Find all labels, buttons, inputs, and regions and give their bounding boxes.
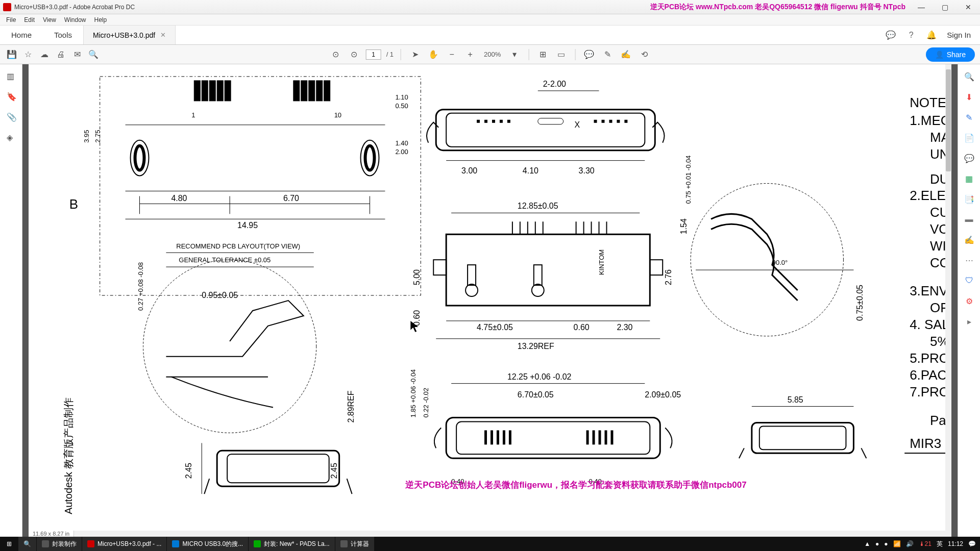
svg-rect-69 xyxy=(484,430,487,444)
dim-12-85: 12.85±0.05 xyxy=(518,202,558,210)
app-icon xyxy=(3,3,11,11)
menu-file[interactable]: File xyxy=(2,15,20,24)
layers-icon[interactable]: ◈ xyxy=(7,133,16,142)
edit-pdf-icon[interactable]: ✎ xyxy=(964,112,974,122)
dim-0-95: 0.95±0.05 xyxy=(202,291,238,299)
dim-2-45a: 2.45 xyxy=(184,463,193,479)
bookmarks-icon[interactable]: 🔖 xyxy=(7,92,16,101)
mir3: MIR3 xyxy=(910,436,941,450)
svg-rect-71 xyxy=(497,430,499,444)
read-mode-icon[interactable]: ▭ xyxy=(554,48,568,61)
chat-icon[interactable]: 💬 xyxy=(886,30,896,40)
horizontal-scrollbar[interactable]: 11.69 x 8.27 in xyxy=(29,531,945,537)
page-total: / 1 xyxy=(386,51,394,58)
tray-icon[interactable]: ▲ xyxy=(864,540,870,547)
dim-2-09: 2.09±0.05 xyxy=(645,390,681,399)
svg-rect-63 xyxy=(217,450,339,486)
tray-language[interactable]: 英 xyxy=(937,540,943,548)
vertical-scrollbar[interactable] xyxy=(945,64,951,537)
dim-1-40: 1.40 xyxy=(395,139,408,147)
tray-clock[interactable]: 11:12 xyxy=(948,540,963,547)
print-icon[interactable]: 🖨 xyxy=(54,48,67,61)
svg-rect-64 xyxy=(227,454,329,483)
zoom-dropdown-icon[interactable]: ▾ xyxy=(508,48,521,61)
tray-notifications-icon[interactable]: 💬 xyxy=(968,540,976,547)
maximize-button[interactable]: ▢ xyxy=(933,0,957,14)
svg-point-61 xyxy=(143,260,316,433)
left-nav-rail: ▥ 🔖 📎 ◈ xyxy=(0,64,22,537)
svg-rect-27 xyxy=(477,120,480,123)
svg-rect-55 xyxy=(433,260,446,275)
tray-temperature[interactable]: 🌡21 xyxy=(919,540,932,547)
page-up-icon[interactable]: ⊙ xyxy=(329,48,342,61)
search-icon[interactable]: 🔍 xyxy=(87,48,100,61)
taskbar-item-3[interactable]: 封装: New* - PADS La... xyxy=(249,537,334,551)
dim-pin-10: 10 xyxy=(334,111,341,119)
save-icon[interactable]: 💾 xyxy=(5,48,18,61)
select-tool-icon[interactable]: ➤ xyxy=(408,48,422,61)
menu-help[interactable]: Help xyxy=(90,15,111,24)
star-icon[interactable]: ☆ xyxy=(21,48,35,61)
svg-rect-33 xyxy=(594,120,597,123)
tab-document[interactable]: Micro+USB+3.0.pdf ✕ xyxy=(83,26,176,44)
tab-close-icon[interactable]: ✕ xyxy=(160,31,166,39)
tray-app2-icon[interactable]: ● xyxy=(884,540,888,547)
sign-icon[interactable]: ✍ xyxy=(619,48,632,61)
taskbar-item-0[interactable]: 封装制作 xyxy=(37,537,82,551)
windows-taskbar: ⊞ 🔍 封装制作 Micro+USB+3.0.pdf - ... MICRO U… xyxy=(0,537,980,551)
close-button[interactable]: ✕ xyxy=(957,0,980,14)
menu-view[interactable]: View xyxy=(39,15,60,24)
fit-width-icon[interactable]: ⊞ xyxy=(536,48,549,61)
zoom-in-icon[interactable]: + xyxy=(463,48,477,61)
help-icon[interactable]: ? xyxy=(906,30,916,40)
menu-edit[interactable]: Edit xyxy=(20,15,39,24)
taskbar-item-4[interactable]: 计算器 xyxy=(335,537,374,551)
comment-tool-icon[interactable]: 💬 xyxy=(964,153,974,163)
export-pdf-icon[interactable]: ⬇ xyxy=(964,92,974,102)
note-1c: UNM xyxy=(930,147,945,161)
tab-home[interactable]: Home xyxy=(0,26,43,44)
cloud-icon[interactable]: ☁ xyxy=(38,48,51,61)
svg-rect-29 xyxy=(492,120,495,123)
combine-icon[interactable]: ▦ xyxy=(964,173,974,184)
dim-3-95: 3.95 xyxy=(83,130,90,142)
tray-app1-icon[interactable]: ● xyxy=(875,540,879,547)
svg-rect-74 xyxy=(586,430,589,444)
collapse-rail-icon[interactable]: ▸ xyxy=(964,316,974,327)
document-viewport[interactable]: 1 10 3.95 2.75 1.10 0.5 xyxy=(22,64,958,537)
minimize-button[interactable]: — xyxy=(910,0,933,14)
taskbar-item-2[interactable]: MICRO USB3.0的搜... xyxy=(167,537,248,551)
share-button[interactable]: 👤 Share xyxy=(926,47,975,62)
search-tool-icon[interactable]: 🔍 xyxy=(964,71,974,82)
optimize-icon[interactable]: ⚙ xyxy=(964,296,974,306)
note-2c: VOLT xyxy=(930,222,945,236)
tray-network-icon[interactable]: 📶 xyxy=(893,540,901,547)
protect-icon[interactable]: 🛡 xyxy=(964,276,974,286)
taskbar-search[interactable]: 🔍 xyxy=(18,537,36,551)
fill-sign-icon[interactable]: ✍ xyxy=(964,235,974,245)
thumbnails-icon[interactable]: ▥ xyxy=(7,71,16,81)
highlight-icon[interactable]: ✎ xyxy=(601,48,614,61)
more-tools-icon[interactable]: ⋯ xyxy=(964,255,974,265)
create-pdf-icon[interactable]: 📄 xyxy=(964,133,974,143)
hand-tool-icon[interactable]: ✋ xyxy=(427,48,440,61)
comment-icon[interactable]: 💬 xyxy=(582,48,596,61)
stamp-icon[interactable]: ⟲ xyxy=(638,48,651,61)
menu-window[interactable]: Window xyxy=(60,15,90,24)
organize-icon[interactable]: 📑 xyxy=(964,194,974,204)
bell-icon[interactable]: 🔔 xyxy=(926,30,937,40)
page-number-input[interactable] xyxy=(366,49,381,60)
redact-icon[interactable]: ▬ xyxy=(964,214,974,224)
tray-volume-icon[interactable]: 🔊 xyxy=(906,540,914,547)
start-button[interactable]: ⊞ xyxy=(0,537,18,551)
sign-in-button[interactable]: Sign In xyxy=(947,31,971,39)
attachments-icon[interactable]: 📎 xyxy=(7,112,16,121)
zoom-out-icon[interactable]: − xyxy=(445,48,458,61)
autodesk-watermark: Autodesk 教育版产品制作 xyxy=(63,397,74,514)
mail-icon[interactable]: ✉ xyxy=(70,48,84,61)
taskbar-item-1[interactable]: Micro+USB+3.0.pdf - ... xyxy=(82,537,166,551)
window-title: Micro+USB+3.0.pdf - Adobe Acrobat Pro DC xyxy=(14,4,135,11)
page-down-icon[interactable]: ⊙ xyxy=(348,48,361,61)
tab-tools[interactable]: Tools xyxy=(43,26,83,44)
zoom-level[interactable]: 200% xyxy=(482,51,503,58)
